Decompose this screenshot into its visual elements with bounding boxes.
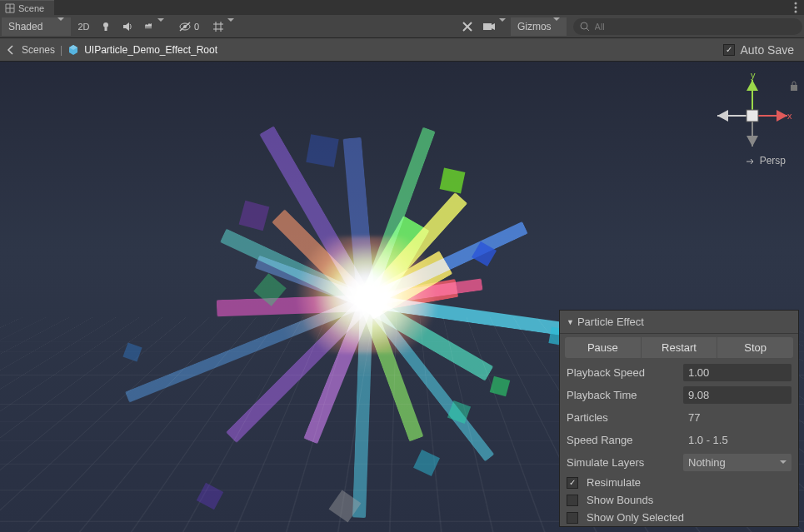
svg-rect-22 bbox=[747, 110, 758, 122]
breadcrumb-prefab[interactable]: UIParticle_Demo_Effect_Root bbox=[84, 44, 217, 56]
toggle-2d[interactable]: 2D bbox=[72, 17, 94, 36]
shading-mode-dropdown[interactable]: Shaded bbox=[2, 17, 71, 36]
tab-bar: Scene bbox=[0, 0, 804, 15]
stop-button[interactable]: Stop bbox=[717, 337, 793, 358]
scene-viewport[interactable]: y x Persp ▼Particle Effect Pause Restart… bbox=[0, 62, 804, 532]
playback-time-input[interactable]: 9.08 bbox=[683, 386, 792, 404]
svg-point-2 bbox=[795, 11, 797, 13]
lock-icon[interactable] bbox=[789, 80, 799, 93]
tab-scene[interactable]: Scene bbox=[0, 0, 54, 15]
tab-menu-button[interactable] bbox=[787, 0, 804, 15]
svg-point-3 bbox=[103, 22, 108, 27]
scene-fx-dropdown[interactable] bbox=[139, 17, 167, 36]
resimulate-row[interactable]: ✓Resimulate bbox=[560, 474, 798, 491]
projection-label[interactable]: Persp bbox=[747, 155, 786, 167]
restart-button[interactable]: Restart bbox=[642, 337, 717, 358]
particles-value: 77 bbox=[683, 409, 792, 426]
panel-header[interactable]: ▼Particle Effect bbox=[560, 311, 798, 334]
speed-range-value: 1.0 - 1.5 bbox=[683, 431, 792, 449]
svg-line-13 bbox=[587, 28, 589, 31]
svg-text:x: x bbox=[787, 111, 792, 121]
svg-marker-17 bbox=[777, 110, 787, 122]
particles-label: Particles bbox=[567, 411, 680, 424]
svg-marker-19 bbox=[717, 110, 728, 122]
search-input[interactable] bbox=[595, 22, 796, 32]
auto-save[interactable]: ✓ Auto Save bbox=[723, 43, 799, 57]
tab-title: Scene bbox=[18, 3, 44, 13]
scene-search[interactable] bbox=[573, 18, 802, 35]
scene-grid-dropdown[interactable] bbox=[209, 17, 237, 36]
scene-camera-dropdown[interactable] bbox=[479, 17, 509, 36]
show-only-selected-row[interactable]: Show Only Selected bbox=[560, 509, 798, 526]
svg-rect-5 bbox=[145, 27, 152, 28]
playback-time-label: Playback Time bbox=[567, 389, 680, 401]
search-icon bbox=[580, 22, 590, 32]
scene-audio-toggle[interactable] bbox=[117, 17, 137, 36]
simulate-layers-dropdown[interactable]: Nothing bbox=[683, 454, 792, 471]
playback-speed-input[interactable]: 1.00 bbox=[683, 364, 792, 381]
svg-point-1 bbox=[795, 7, 797, 9]
particle-effect-panel: ▼Particle Effect Pause Restart Stop Play… bbox=[559, 310, 799, 527]
svg-point-12 bbox=[581, 22, 587, 29]
svg-marker-21 bbox=[747, 136, 758, 147]
scene-toolbar: Shaded 2D 0 Gizmos bbox=[0, 15, 804, 38]
simulate-layers-label: Simulate Layers bbox=[567, 456, 680, 469]
breadcrumb-root[interactable]: Scenes bbox=[22, 44, 55, 56]
playback-speed-label: Playback Speed bbox=[567, 366, 680, 379]
scene-lighting-toggle[interactable] bbox=[96, 17, 116, 36]
breadcrumb-bar: Scenes | UIParticle_Demo_Effect_Root ✓ A… bbox=[0, 38, 804, 62]
scene-visibility-toggle[interactable]: 0 bbox=[169, 17, 207, 36]
svg-rect-25 bbox=[791, 85, 797, 91]
svg-point-0 bbox=[795, 2, 797, 5]
grid-icon bbox=[5, 3, 15, 13]
pause-button[interactable]: Pause bbox=[565, 337, 641, 358]
scene-tools-button[interactable] bbox=[457, 17, 477, 36]
auto-save-checkbox[interactable]: ✓ bbox=[723, 44, 735, 56]
prefab-icon bbox=[67, 44, 79, 56]
svg-rect-11 bbox=[483, 23, 492, 30]
show-bounds-row[interactable]: Show Bounds bbox=[560, 491, 798, 509]
gizmos-dropdown[interactable]: Gizmos bbox=[511, 17, 567, 36]
svg-marker-15 bbox=[747, 80, 758, 91]
svg-text:y: y bbox=[751, 70, 756, 80]
svg-rect-4 bbox=[105, 27, 107, 31]
speed-range-label: Speed Range bbox=[567, 434, 680, 446]
back-icon[interactable] bbox=[5, 44, 17, 56]
